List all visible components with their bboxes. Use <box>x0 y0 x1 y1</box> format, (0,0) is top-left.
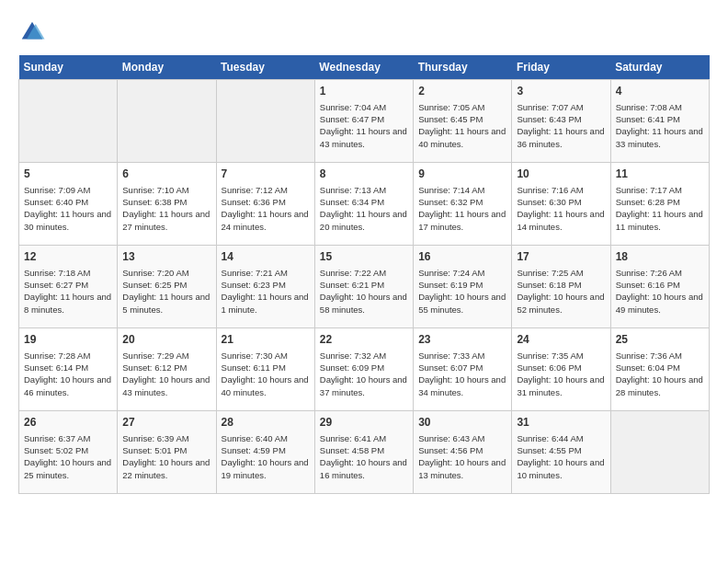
day-info: Sunrise: 6:43 AM Sunset: 4:56 PM Dayligh… <box>418 432 506 481</box>
calendar-header: SundayMondayTuesdayWednesdayThursdayFrid… <box>19 55 710 80</box>
day-number: 31 <box>517 415 605 431</box>
day-info: Sunrise: 7:14 AM Sunset: 6:32 PM Dayligh… <box>418 184 506 233</box>
logo <box>18 18 50 46</box>
calendar-cell: 23Sunrise: 7:33 AM Sunset: 6:07 PM Dayli… <box>414 328 512 411</box>
day-info: Sunrise: 7:25 AM Sunset: 6:18 PM Dayligh… <box>517 267 605 316</box>
day-number: 30 <box>418 415 506 431</box>
day-number: 11 <box>616 167 704 182</box>
day-info: Sunrise: 7:22 AM Sunset: 6:21 PM Dayligh… <box>320 267 408 316</box>
day-number: 6 <box>122 167 210 182</box>
calendar-cell: 15Sunrise: 7:22 AM Sunset: 6:21 PM Dayli… <box>314 246 413 328</box>
calendar-cell: 7Sunrise: 7:12 AM Sunset: 6:36 PM Daylig… <box>216 163 314 246</box>
day-number: 14 <box>222 249 310 265</box>
calendar-cell: 21Sunrise: 7:30 AM Sunset: 6:11 PM Dayli… <box>216 328 314 411</box>
day-number: 22 <box>320 332 408 348</box>
day-number: 4 <box>616 84 704 99</box>
day-number: 23 <box>418 332 506 348</box>
day-number: 2 <box>418 84 506 99</box>
logo-icon <box>18 18 46 46</box>
calendar-cell: 27Sunrise: 6:39 AM Sunset: 5:01 PM Dayli… <box>118 411 216 494</box>
day-info: Sunrise: 6:44 AM Sunset: 4:55 PM Dayligh… <box>517 432 605 481</box>
day-info: Sunrise: 7:04 AM Sunset: 6:47 PM Dayligh… <box>320 101 408 150</box>
day-number: 15 <box>320 249 408 265</box>
calendar-cell: 20Sunrise: 7:29 AM Sunset: 6:12 PM Dayli… <box>118 328 216 411</box>
day-info: Sunrise: 7:10 AM Sunset: 6:38 PM Dayligh… <box>122 184 210 233</box>
day-info: Sunrise: 7:07 AM Sunset: 6:43 PM Dayligh… <box>517 101 605 150</box>
day-info: Sunrise: 7:12 AM Sunset: 6:36 PM Dayligh… <box>222 184 310 233</box>
calendar-cell: 9Sunrise: 7:14 AM Sunset: 6:32 PM Daylig… <box>414 163 512 246</box>
calendar-cell: 11Sunrise: 7:17 AM Sunset: 6:28 PM Dayli… <box>610 163 709 246</box>
calendar-cell: 30Sunrise: 6:43 AM Sunset: 4:56 PM Dayli… <box>414 411 512 494</box>
day-info: Sunrise: 6:37 AM Sunset: 5:02 PM Dayligh… <box>24 432 112 481</box>
day-number: 9 <box>418 167 506 182</box>
day-info: Sunrise: 7:05 AM Sunset: 6:45 PM Dayligh… <box>418 101 506 150</box>
calendar-cell: 24Sunrise: 7:35 AM Sunset: 6:06 PM Dayli… <box>512 328 610 411</box>
calendar-cell <box>216 80 314 163</box>
weekday-header-saturday: Saturday <box>610 55 709 80</box>
day-info: Sunrise: 6:41 AM Sunset: 4:58 PM Dayligh… <box>320 432 408 481</box>
day-number: 20 <box>122 332 210 348</box>
calendar-cell: 1Sunrise: 7:04 AM Sunset: 6:47 PM Daylig… <box>314 80 413 163</box>
weekday-header-row: SundayMondayTuesdayWednesdayThursdayFrid… <box>19 55 710 80</box>
calendar-table: SundayMondayTuesdayWednesdayThursdayFrid… <box>18 55 710 494</box>
day-number: 5 <box>24 167 112 182</box>
day-info: Sunrise: 7:17 AM Sunset: 6:28 PM Dayligh… <box>616 184 704 233</box>
calendar-cell: 22Sunrise: 7:32 AM Sunset: 6:09 PM Dayli… <box>314 328 413 411</box>
day-number: 1 <box>320 84 408 99</box>
day-number: 19 <box>24 332 112 348</box>
day-number: 7 <box>222 167 310 182</box>
day-number: 16 <box>418 249 506 265</box>
weekday-header-wednesday: Wednesday <box>314 55 413 80</box>
day-info: Sunrise: 7:36 AM Sunset: 6:04 PM Dayligh… <box>616 350 704 398</box>
calendar-week-2: 5Sunrise: 7:09 AM Sunset: 6:40 PM Daylig… <box>19 163 710 246</box>
calendar-cell: 25Sunrise: 7:36 AM Sunset: 6:04 PM Dayli… <box>610 328 709 411</box>
calendar-cell: 26Sunrise: 6:37 AM Sunset: 5:02 PM Dayli… <box>19 411 118 494</box>
day-info: Sunrise: 7:32 AM Sunset: 6:09 PM Dayligh… <box>320 350 408 398</box>
calendar-cell: 19Sunrise: 7:28 AM Sunset: 6:14 PM Dayli… <box>19 328 118 411</box>
day-info: Sunrise: 7:29 AM Sunset: 6:12 PM Dayligh… <box>122 350 210 398</box>
calendar-body: 1Sunrise: 7:04 AM Sunset: 6:47 PM Daylig… <box>19 80 710 494</box>
day-info: Sunrise: 7:09 AM Sunset: 6:40 PM Dayligh… <box>24 184 112 233</box>
calendar-cell: 16Sunrise: 7:24 AM Sunset: 6:19 PM Dayli… <box>414 246 512 328</box>
calendar-cell: 17Sunrise: 7:25 AM Sunset: 6:18 PM Dayli… <box>512 246 610 328</box>
calendar-cell: 2Sunrise: 7:05 AM Sunset: 6:45 PM Daylig… <box>414 80 512 163</box>
calendar-cell: 14Sunrise: 7:21 AM Sunset: 6:23 PM Dayli… <box>216 246 314 328</box>
calendar-cell: 31Sunrise: 6:44 AM Sunset: 4:55 PM Dayli… <box>512 411 610 494</box>
day-info: Sunrise: 6:39 AM Sunset: 5:01 PM Dayligh… <box>122 432 210 481</box>
day-info: Sunrise: 7:35 AM Sunset: 6:06 PM Dayligh… <box>517 350 605 398</box>
day-number: 10 <box>517 167 605 182</box>
day-number: 3 <box>517 84 605 99</box>
weekday-header-thursday: Thursday <box>414 55 512 80</box>
day-info: Sunrise: 7:21 AM Sunset: 6:23 PM Dayligh… <box>222 267 310 316</box>
weekday-header-monday: Monday <box>118 55 216 80</box>
calendar-cell: 3Sunrise: 7:07 AM Sunset: 6:43 PM Daylig… <box>512 80 610 163</box>
calendar-cell: 29Sunrise: 6:41 AM Sunset: 4:58 PM Dayli… <box>314 411 413 494</box>
weekday-header-tuesday: Tuesday <box>216 55 314 80</box>
page-header <box>18 18 710 46</box>
calendar-cell: 28Sunrise: 6:40 AM Sunset: 4:59 PM Dayli… <box>216 411 314 494</box>
day-info: Sunrise: 6:40 AM Sunset: 4:59 PM Dayligh… <box>222 432 310 481</box>
calendar-cell: 10Sunrise: 7:16 AM Sunset: 6:30 PM Dayli… <box>512 163 610 246</box>
day-number: 13 <box>122 249 210 265</box>
day-number: 26 <box>24 415 112 431</box>
day-number: 27 <box>122 415 210 431</box>
day-number: 18 <box>616 249 704 265</box>
day-info: Sunrise: 7:33 AM Sunset: 6:07 PM Dayligh… <box>418 350 506 398</box>
calendar-cell <box>118 80 216 163</box>
calendar-week-1: 1Sunrise: 7:04 AM Sunset: 6:47 PM Daylig… <box>19 80 710 163</box>
day-number: 24 <box>517 332 605 348</box>
calendar-cell: 5Sunrise: 7:09 AM Sunset: 6:40 PM Daylig… <box>19 163 118 246</box>
day-info: Sunrise: 7:20 AM Sunset: 6:25 PM Dayligh… <box>122 267 210 316</box>
day-info: Sunrise: 7:30 AM Sunset: 6:11 PM Dayligh… <box>222 350 310 398</box>
day-number: 17 <box>517 249 605 265</box>
day-number: 8 <box>320 167 408 182</box>
day-info: Sunrise: 7:28 AM Sunset: 6:14 PM Dayligh… <box>24 350 112 398</box>
day-info: Sunrise: 7:26 AM Sunset: 6:16 PM Dayligh… <box>616 267 704 316</box>
day-info: Sunrise: 7:13 AM Sunset: 6:34 PM Dayligh… <box>320 184 408 233</box>
calendar-week-5: 26Sunrise: 6:37 AM Sunset: 5:02 PM Dayli… <box>19 411 710 494</box>
calendar-cell: 8Sunrise: 7:13 AM Sunset: 6:34 PM Daylig… <box>314 163 413 246</box>
calendar-cell: 6Sunrise: 7:10 AM Sunset: 6:38 PM Daylig… <box>118 163 216 246</box>
weekday-header-sunday: Sunday <box>19 55 118 80</box>
day-number: 21 <box>222 332 310 348</box>
day-info: Sunrise: 7:08 AM Sunset: 6:41 PM Dayligh… <box>616 101 704 150</box>
